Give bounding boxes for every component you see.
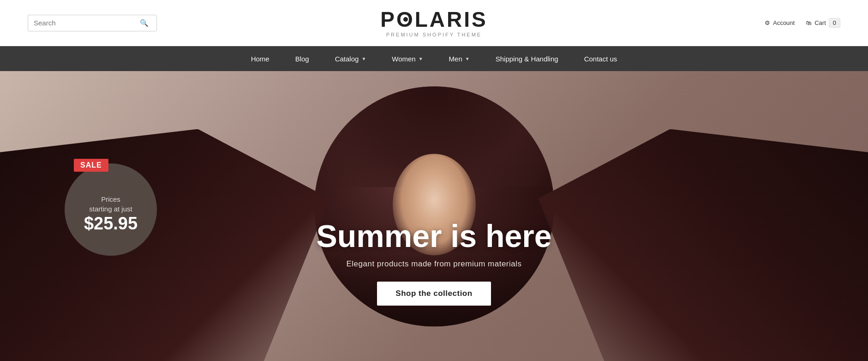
sale-tag: SALE	[74, 159, 108, 172]
chevron-down-icon: ▼	[465, 56, 470, 61]
sale-price: $25.95	[84, 214, 138, 234]
account-label: Account	[773, 19, 795, 26]
nav-item-women[interactable]: Women ▼	[379, 46, 436, 71]
sale-badge: SALE Pricesstarting at just $25.95	[65, 163, 157, 256]
nav-catalog-label: Catalog	[335, 55, 359, 63]
search-button[interactable]: 🔍	[140, 19, 149, 27]
logo-subtitle: PREMIUM SHOPIFY THEME	[380, 32, 487, 37]
logo-o: O	[396, 9, 415, 30]
sale-circle: SALE Pricesstarting at just $25.95	[65, 163, 157, 256]
site-header: 🔍 POLARIS PREMIUM SHOPIFY THEME ⚙ Accoun…	[0, 0, 868, 46]
hero-subtitle: Elegant products made from premium mater…	[273, 259, 596, 269]
search-box[interactable]: 🔍	[28, 15, 157, 31]
search-icon: 🔍	[140, 19, 149, 27]
search-input[interactable]	[34, 19, 140, 27]
logo-text: POLARIS	[380, 9, 487, 30]
header-right: ⚙ Account 🛍 Cart 0	[702, 18, 840, 28]
chevron-down-icon: ▼	[361, 56, 366, 61]
gear-icon: ⚙	[765, 19, 770, 26]
nav-home-label: Home	[251, 55, 269, 63]
shop-collection-button[interactable]: Shop the collection	[377, 282, 491, 306]
header-left: 🔍	[28, 15, 166, 31]
cart-link[interactable]: 🛍 Cart 0	[806, 18, 840, 28]
nav-women-label: Women	[392, 55, 415, 63]
nav-item-blog[interactable]: Blog	[282, 46, 322, 71]
account-link[interactable]: ⚙ Account	[765, 19, 795, 26]
logo[interactable]: POLARIS PREMIUM SHOPIFY THEME	[380, 9, 487, 37]
hero-section: SALE Pricesstarting at just $25.95 Summe…	[0, 71, 868, 361]
nav-blog-label: Blog	[295, 55, 309, 63]
nav-item-shipping[interactable]: Shipping & Handling	[483, 46, 571, 71]
chevron-down-icon: ▼	[419, 56, 423, 61]
main-nav: Home Blog Catalog ▼ Women ▼ Men ▼ Shippi…	[0, 46, 868, 71]
nav-item-home[interactable]: Home	[238, 46, 282, 71]
hero-title: Summer is here	[273, 218, 596, 254]
nav-item-men[interactable]: Men ▼	[436, 46, 483, 71]
nav-shipping-label: Shipping & Handling	[496, 55, 558, 63]
hero-content: Summer is here Elegant products made fro…	[273, 218, 596, 306]
nav-men-label: Men	[449, 55, 462, 63]
sale-starting-text: Pricesstarting at just	[89, 194, 132, 214]
nav-item-catalog[interactable]: Catalog ▼	[322, 46, 379, 71]
cart-count: 0	[829, 18, 840, 28]
cart-icon: 🛍	[806, 19, 812, 26]
cart-label: Cart	[814, 19, 826, 26]
nav-contact-label: Contact us	[584, 55, 617, 63]
nav-item-contact[interactable]: Contact us	[571, 46, 630, 71]
